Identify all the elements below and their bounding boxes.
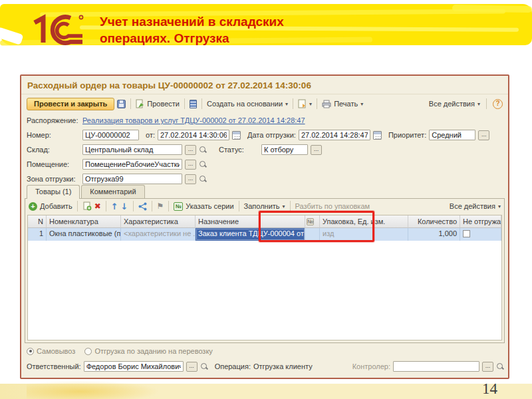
warehouse-field[interactable] <box>82 144 182 155</box>
search-icon[interactable] <box>200 362 208 370</box>
cell-characteristic[interactable]: <характеристики не ... <box>121 228 196 241</box>
table-all-actions-button[interactable]: Все действия ▾ <box>450 202 501 210</box>
radio-unselected-icon <box>84 348 92 355</box>
col-header-nomenclature[interactable]: Номенклатура <box>47 215 121 228</box>
room-select-button[interactable]: ... <box>185 160 196 170</box>
do-not-ship-checkbox[interactable] <box>463 230 470 237</box>
calendar-icon[interactable] <box>373 131 382 140</box>
zone-field[interactable] <box>82 174 182 184</box>
col-header-packaging[interactable]: Упаковка, Ед. изм. <box>320 215 408 228</box>
toolbar-separator <box>317 98 317 109</box>
cell-nomenclature[interactable]: Окна пластиковые (п... <box>47 228 121 241</box>
calendar-icon[interactable] <box>232 131 241 140</box>
operation-value: Отгрузка клиенту <box>253 362 313 370</box>
copy-row-icon[interactable] <box>82 201 92 211</box>
move-down-icon[interactable]: ↓ <box>121 202 128 211</box>
finish-flag-icon[interactable]: ⚑ <box>157 201 164 211</box>
responsible-select-button[interactable]: ... <box>186 362 198 372</box>
help-button[interactable]: ? <box>493 99 503 109</box>
ship-date-field[interactable] <box>299 130 370 140</box>
document-window: Расходный ордер на товары ЦУ-00000002 от… <box>20 74 509 379</box>
status-select-button[interactable]: ... <box>311 145 322 155</box>
search-icon[interactable] <box>496 362 504 370</box>
series-number-icon: № <box>307 218 314 225</box>
number-row: Номер: от: Дата отгрузки: Приоритет: ... <box>27 129 489 141</box>
toolbar-separator <box>77 201 78 211</box>
toolbar-separator <box>201 98 202 109</box>
chevron-down-icon: ▾ <box>285 101 288 107</box>
fill-button[interactable]: Заполнить ▾ <box>244 202 285 210</box>
col-header-do-not-ship[interactable]: Не отгружать <box>460 215 501 228</box>
col-header-quantity[interactable]: Количество <box>408 215 460 228</box>
toolbar-separator <box>152 201 152 211</box>
sort-branch-icon[interactable] <box>138 202 147 211</box>
fill-label: Заполнить <box>244 202 280 210</box>
page-number: 14 <box>482 380 497 398</box>
slide-title-line1: Учет назначений в складских <box>100 13 419 30</box>
toolbar-separator <box>133 201 134 211</box>
number-field[interactable] <box>82 130 139 140</box>
zone-select-button[interactable]: ... <box>185 174 196 184</box>
cell-quantity[interactable]: 1,000 <box>408 228 460 241</box>
table-toolbar: + Добавить ✖ ↑ ↓ ⚑ № Указать серии <box>25 199 504 213</box>
search-icon[interactable] <box>199 146 207 154</box>
col-header-characteristic[interactable]: Характеристика <box>121 215 196 228</box>
warehouse-label: Склад: <box>27 146 80 154</box>
operation-label: Операция: <box>215 362 251 370</box>
move-up-icon[interactable]: ↑ <box>111 202 118 211</box>
journal-icon[interactable] <box>190 100 197 108</box>
split-by-packaging-button: Разбить по упаковкам <box>295 202 370 210</box>
1c-logo-icon <box>25 9 86 48</box>
toolbar-separator <box>184 98 185 109</box>
status-field[interactable] <box>261 144 308 155</box>
series-column-button[interactable]: № <box>305 215 320 228</box>
responsible-field[interactable] <box>84 361 184 372</box>
save-icon[interactable] <box>117 100 126 108</box>
add-row-button[interactable]: + Добавить <box>29 202 72 211</box>
from-label: от: <box>146 131 155 139</box>
controller-field[interactable] <box>393 361 479 372</box>
radio-pickup[interactable]: Самовывоз <box>27 347 75 355</box>
create-based-on-button[interactable]: Создать на основании ▾ <box>207 100 288 108</box>
post-doc-icon <box>136 99 144 108</box>
room-row: Помещение: ... <box>27 158 207 170</box>
specify-series-button[interactable]: № Указать серии <box>174 202 233 211</box>
highlight-streak <box>452 5 532 13</box>
delete-row-icon[interactable]: ✖ <box>94 201 101 211</box>
goods-table: N Номенклатура Характеристика Назначение… <box>27 215 502 340</box>
post-button[interactable]: Провести <box>136 99 180 108</box>
goods-panel: + Добавить ✖ ↑ ↓ ⚑ № Указать серии <box>25 198 505 343</box>
tab-goods[interactable]: Товары (1) <box>27 185 80 199</box>
zone-label: Зона отгрузки: <box>27 175 80 183</box>
cell-packaging[interactable]: изд <box>320 228 408 241</box>
priority-select-button[interactable]: ... <box>478 130 489 140</box>
warehouse-select-button[interactable]: ... <box>185 145 196 155</box>
order-link[interactable]: Реализация товаров и услуг ТДЦУ-000002 о… <box>82 116 305 124</box>
all-actions-button[interactable]: Все действия ▾ <box>429 100 480 108</box>
radio-selected-icon <box>27 348 34 355</box>
controller-select-button[interactable]: ... <box>482 362 493 372</box>
table-row[interactable]: 1 Окна пластиковые (п... <характеристики… <box>28 228 501 241</box>
cell-do-not-ship[interactable] <box>460 228 501 241</box>
print-label: Печать <box>334 100 358 108</box>
date-field[interactable] <box>158 130 229 140</box>
cell-purpose-selected[interactable]: Заказ клиента ТДЦУ-000004 от ... <box>196 228 305 241</box>
chevron-down-icon: ▾ <box>498 203 501 209</box>
room-field[interactable] <box>82 159 182 170</box>
tab-comment[interactable]: Комментарий <box>81 185 144 198</box>
print-button[interactable]: Печать ▾ <box>322 100 363 108</box>
toolbar-separator <box>130 98 131 109</box>
search-icon[interactable] <box>199 175 207 183</box>
radio-transport-label: Отгрузка по заданию на перевозку <box>94 347 212 355</box>
col-header-n[interactable]: N <box>28 215 47 228</box>
reports-dropdown-button[interactable]: ▾ <box>298 99 312 108</box>
series-number-icon: № <box>174 202 183 211</box>
post-and-close-button[interactable]: Провести и закрыть <box>27 98 114 110</box>
cell-series[interactable] <box>305 228 320 241</box>
cell-n[interactable]: 1 <box>28 228 47 241</box>
priority-field[interactable] <box>429 130 475 140</box>
col-header-purpose[interactable]: Назначение <box>196 215 305 228</box>
search-icon[interactable] <box>199 160 207 168</box>
slide: Учет назначений в складских операциях. О… <box>0 0 532 399</box>
radio-transport-task[interactable]: Отгрузка по заданию на перевозку <box>84 347 212 355</box>
